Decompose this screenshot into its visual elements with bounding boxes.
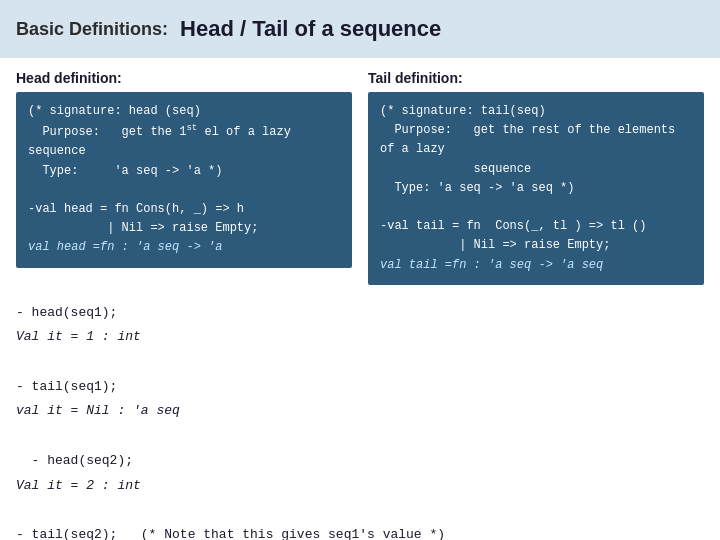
tail-line-1: (* signature: tail(seq) xyxy=(380,102,692,121)
page-content: Head definition: (* signature: head (seq… xyxy=(0,58,720,540)
example-line-2: Val it = 1 : int xyxy=(16,325,704,350)
example-spacer-2 xyxy=(16,424,704,449)
definitions-row: Head definition: (* signature: head (seq… xyxy=(16,70,704,285)
tail-definition-column: Tail definition: (* signature: tail(seq)… xyxy=(368,70,704,285)
example-spacer-3 xyxy=(16,498,704,523)
tail-line-2: Purpose: get the rest of the elements of… xyxy=(380,121,692,159)
tail-def-title: Tail definition: xyxy=(368,70,704,86)
example-line-3: - tail(seq1); xyxy=(16,375,704,400)
tail-line-7: | Nil => raise Empty; xyxy=(380,236,692,255)
head-line-3: Type: 'a seq -> 'a *) xyxy=(28,162,340,181)
head-definition-column: Head definition: (* signature: head (seq… xyxy=(16,70,352,285)
tail-line-8: val tail =fn : 'a seq -> 'a seq xyxy=(380,256,692,275)
head-line-7: val head =fn : 'a seq -> 'a xyxy=(28,238,340,257)
page-header: Basic Definitions: Head / Tail of a sequ… xyxy=(0,0,720,58)
head-line-5: -val head = fn Cons(h, _) => h xyxy=(28,200,340,219)
tail-line-4: Type: 'a seq -> 'a seq *) xyxy=(380,179,692,198)
head-def-title: Head definition: xyxy=(16,70,352,86)
example-line-4: val it = Nil : 'a seq xyxy=(16,399,704,424)
example-line-5: - head(seq2); xyxy=(16,449,704,474)
examples-section: - head(seq1); Val it = 1 : int - tail(se… xyxy=(16,301,704,540)
head-line-2: Purpose: get the 1st el of a lazy sequen… xyxy=(28,121,340,161)
head-line-1: (* signature: head (seq) xyxy=(28,102,340,121)
tail-line-3: sequence xyxy=(380,160,692,179)
header-label: Basic Definitions: xyxy=(16,19,168,40)
example-spacer-1 xyxy=(16,350,704,375)
head-line-4 xyxy=(28,181,340,200)
tail-line-5 xyxy=(380,198,692,217)
example-line-7: - tail(seq2); (* Note that this gives se… xyxy=(16,523,704,540)
example-line-1: - head(seq1); xyxy=(16,301,704,326)
head-def-box: (* signature: head (seq) Purpose: get th… xyxy=(16,92,352,268)
example-line-6: Val it = 2 : int xyxy=(16,474,704,499)
header-title: Head / Tail of a sequence xyxy=(180,16,441,42)
head-line-6: | Nil => raise Empty; xyxy=(28,219,340,238)
tail-def-box: (* signature: tail(seq) Purpose: get the… xyxy=(368,92,704,285)
tail-line-6: -val tail = fn Cons(_, tl ) => tl () xyxy=(380,217,692,236)
